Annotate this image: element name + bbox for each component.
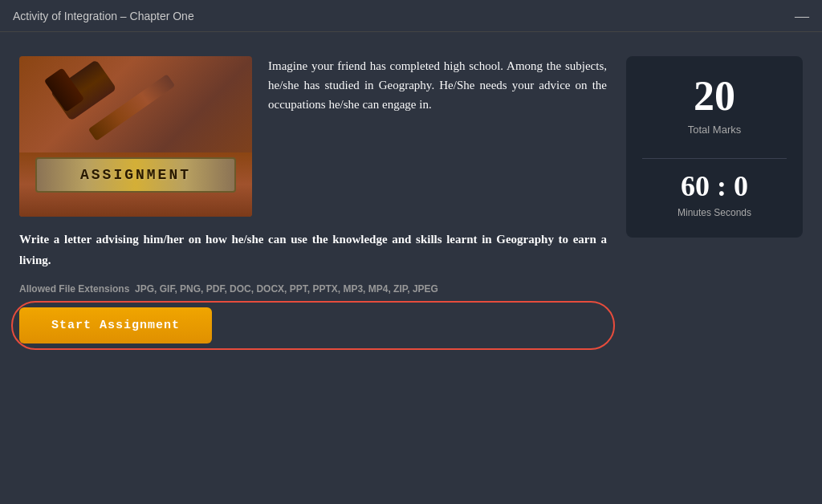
marks-timer-box: 20 Total Marks 60 : 0 Minutes Seconds [626,56,803,238]
divider [642,158,787,159]
timer-display: 60 : 0 [681,172,748,201]
main-content: ASSIGNMENT Imagine your friend has compl… [0,32,822,504]
full-description: Write a letter advising him/her on how h… [19,230,607,270]
minimize-button[interactable]: — [795,9,809,23]
assignment-sign-text: ASSIGNMENT [48,167,223,183]
total-marks-number: 20 [694,75,735,117]
allowed-files-line: Allowed File Extensions JPG, GIF, PNG, P… [19,283,607,295]
right-section: 20 Total Marks 60 : 0 Minutes Seconds [626,56,803,480]
assignment-sign: ASSIGNMENT [35,157,236,193]
allowed-files-extensions: JPG, GIF, PNG, PDF, DOC, DOCX, PPT, PPTX… [135,283,438,295]
allowed-files-label: Allowed File Extensions [19,283,129,295]
timer-label: Minutes Seconds [678,207,751,218]
start-assignment-button[interactable]: Start Assignment [19,307,212,343]
start-assignment-wrapper: Start Assignment [19,307,607,343]
gavel-visual: ASSIGNMENT [19,56,252,217]
inline-description: Imagine your friend has completed high s… [268,56,607,114]
assignment-header: ASSIGNMENT Imagine your friend has compl… [19,56,607,217]
assignment-image: ASSIGNMENT [19,56,252,217]
title-bar: Activity of Integration – Chapter One — [0,0,822,32]
window-title: Activity of Integration – Chapter One [13,10,194,22]
left-section: ASSIGNMENT Imagine your friend has compl… [19,56,607,480]
total-marks-label: Total Marks [688,124,741,136]
